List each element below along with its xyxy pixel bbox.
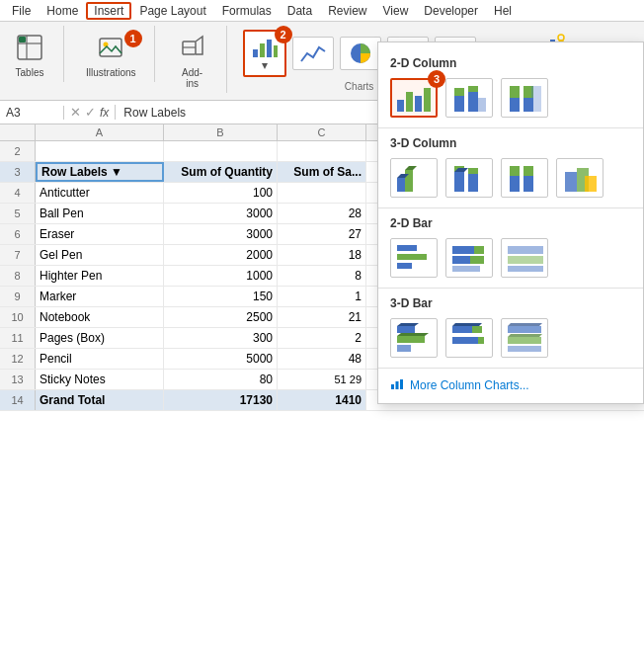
cell-c7[interactable]: 18 bbox=[278, 245, 366, 265]
cell-b7[interactable]: 2000 bbox=[164, 245, 278, 265]
svg-rect-4 bbox=[100, 39, 121, 56]
fx-icon[interactable]: fx bbox=[100, 106, 109, 120]
svg-rect-22 bbox=[397, 100, 404, 112]
svg-rect-47 bbox=[523, 176, 533, 192]
cell-b13[interactable]: 80 bbox=[164, 370, 278, 389]
addins-button[interactable]: Add-ins bbox=[171, 30, 214, 93]
col-header-a[interactable]: A bbox=[36, 124, 164, 140]
more-column-charts-link[interactable]: More Column Charts... bbox=[378, 371, 643, 399]
cell-a8[interactable]: Highter Pen bbox=[36, 266, 164, 286]
svg-rect-54 bbox=[397, 263, 412, 269]
chart-option-2d-col-3[interactable] bbox=[501, 78, 548, 118]
svg-marker-66 bbox=[397, 333, 429, 336]
cell-c13[interactable]: 51 29 bbox=[278, 370, 366, 389]
menu-review[interactable]: Review bbox=[320, 2, 374, 20]
cell-c9[interactable]: 1 bbox=[278, 287, 366, 306]
cell-b5[interactable]: 3000 bbox=[164, 204, 278, 223]
col-header-c[interactable]: C bbox=[278, 124, 366, 140]
row-num-11: 11 bbox=[0, 328, 36, 348]
cancel-icon[interactable]: ✕ bbox=[70, 105, 81, 120]
cell-c10[interactable]: 21 bbox=[278, 307, 366, 327]
svg-rect-35 bbox=[531, 86, 541, 112]
cell-a5[interactable]: Ball Pen bbox=[36, 204, 164, 223]
chart-option-3d-bar-3[interactable] bbox=[501, 318, 548, 358]
cell-a13[interactable]: Sticky Notes bbox=[36, 370, 164, 389]
menu-developer[interactable]: Developer bbox=[416, 2, 486, 20]
cell-b4[interactable]: 100 bbox=[164, 183, 278, 203]
chart-option-2d-col-2[interactable] bbox=[445, 78, 493, 118]
svg-rect-79 bbox=[396, 381, 399, 389]
cell-b6[interactable]: 3000 bbox=[164, 224, 278, 244]
cell-c12[interactable]: 48 bbox=[278, 349, 366, 369]
cell-b12[interactable]: 5000 bbox=[164, 349, 278, 369]
svg-rect-73 bbox=[508, 326, 541, 333]
cell-a3[interactable]: Row Labels ▼ bbox=[36, 162, 164, 182]
cell-c8[interactable]: 8 bbox=[278, 266, 366, 286]
cell-a2[interactable] bbox=[36, 141, 164, 161]
cell-a7[interactable]: Gel Pen bbox=[36, 245, 164, 265]
svg-rect-3 bbox=[19, 37, 26, 42]
col-header-b[interactable]: B bbox=[164, 124, 278, 140]
line-chart-button[interactable] bbox=[292, 37, 334, 70]
menu-data[interactable]: Data bbox=[280, 2, 320, 20]
cell-c11[interactable]: 2 bbox=[278, 328, 366, 348]
cell-reference[interactable]: A3 bbox=[0, 106, 64, 120]
cell-b14[interactable]: 17130 bbox=[164, 390, 278, 410]
chart-option-2d-bar-1[interactable] bbox=[390, 238, 438, 278]
menu-hel[interactable]: Hel bbox=[486, 2, 520, 20]
chart-option-3d-col-4[interactable] bbox=[556, 158, 604, 198]
cell-a12[interactable]: Pencil bbox=[36, 349, 164, 369]
cell-a14[interactable]: Grand Total bbox=[36, 390, 164, 410]
cell-b10[interactable]: 2500 bbox=[164, 307, 278, 327]
tables-button[interactable]: Tables bbox=[8, 30, 51, 82]
cell-c4[interactable] bbox=[278, 183, 366, 203]
3d-bar-charts-row bbox=[378, 314, 643, 366]
divider-2 bbox=[378, 207, 643, 208]
menu-home[interactable]: Home bbox=[39, 2, 86, 20]
ribbon-group-addins: Add-ins bbox=[171, 26, 227, 93]
row-num-8: 8 bbox=[0, 266, 36, 286]
cell-b11[interactable]: 300 bbox=[164, 328, 278, 348]
cell-b8[interactable]: 1000 bbox=[164, 266, 278, 286]
row-num-6: 6 bbox=[0, 224, 36, 244]
chart-option-3d-bar-1[interactable] bbox=[390, 318, 438, 358]
cell-b3[interactable]: Sum of Quantity bbox=[164, 162, 278, 182]
svg-rect-71 bbox=[452, 337, 478, 344]
section-title-3d-column: 3-D Column bbox=[378, 130, 643, 154]
svg-rect-31 bbox=[510, 98, 520, 112]
illustrations-button[interactable]: 1 Illustrations bbox=[80, 30, 142, 82]
cell-b2[interactable] bbox=[164, 141, 278, 161]
cell-a10[interactable]: Notebook bbox=[36, 307, 164, 327]
menu-page-layout[interactable]: Page Layout bbox=[131, 2, 213, 20]
confirm-icon[interactable]: ✓ bbox=[85, 105, 96, 120]
cell-a11[interactable]: Pages (Box) bbox=[36, 328, 164, 348]
svg-rect-45 bbox=[510, 176, 520, 192]
pie-chart-button[interactable] bbox=[340, 37, 381, 70]
menu-insert[interactable]: Insert bbox=[86, 2, 131, 20]
cell-c5[interactable]: 28 bbox=[278, 204, 366, 223]
chart-option-3d-col-3[interactable] bbox=[501, 158, 548, 198]
svg-rect-36 bbox=[397, 178, 405, 192]
menu-view[interactable]: View bbox=[375, 2, 417, 20]
cell-a9[interactable]: Marker bbox=[36, 287, 164, 306]
svg-rect-24 bbox=[415, 96, 422, 112]
chart-option-2d-bar-2[interactable] bbox=[445, 238, 493, 278]
cell-a4[interactable]: Anticutter bbox=[36, 183, 164, 203]
chart-option-3d-col-1[interactable] bbox=[390, 158, 438, 198]
menu-formulas[interactable]: Formulas bbox=[214, 2, 280, 20]
menu-file[interactable]: File bbox=[4, 2, 39, 20]
cell-c3[interactable]: Sum of Sa... bbox=[278, 162, 366, 182]
svg-rect-69 bbox=[472, 326, 482, 333]
chart-option-2d-bar-3[interactable] bbox=[501, 238, 548, 278]
cell-c14[interactable]: 1410 bbox=[278, 390, 366, 410]
cell-b9[interactable]: 150 bbox=[164, 287, 278, 306]
addins-icon bbox=[179, 34, 206, 65]
tables-label: Tables bbox=[16, 67, 44, 78]
svg-rect-49 bbox=[565, 172, 577, 192]
cell-a6[interactable]: Eraser bbox=[36, 224, 164, 244]
svg-rect-75 bbox=[508, 337, 541, 344]
chart-option-3d-bar-2[interactable] bbox=[445, 318, 493, 358]
cell-c6[interactable]: 27 bbox=[278, 224, 366, 244]
cell-c2[interactable] bbox=[278, 141, 366, 161]
chart-option-3d-col-2[interactable] bbox=[445, 158, 493, 198]
